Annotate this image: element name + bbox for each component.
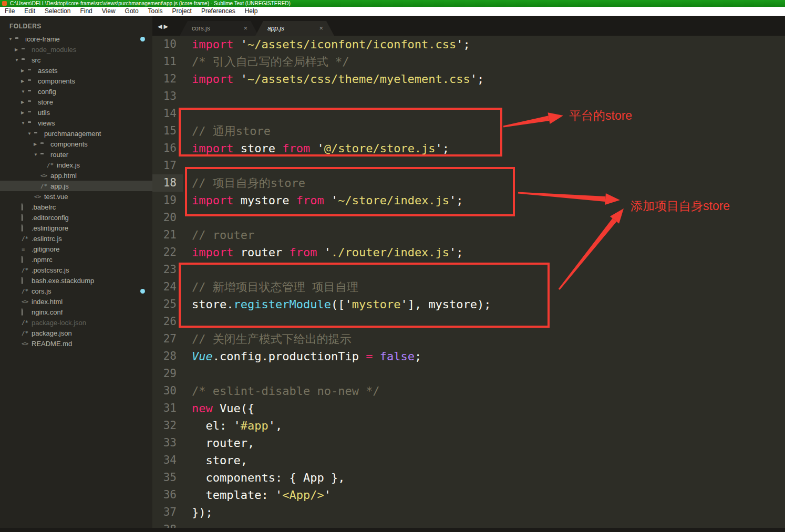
- tab-cors-js[interactable]: cors.js×: [180, 21, 259, 36]
- chevron-down-icon[interactable]: ▼: [27, 131, 34, 136]
- sidebar-item-label: node_modules: [32, 46, 76, 54]
- chevron-right-icon[interactable]: ▶: [15, 47, 22, 52]
- line-number: 19: [152, 192, 183, 209]
- file-type-list-icon: ≡: [22, 246, 32, 252]
- sidebar-item-cors-js[interactable]: /*cors.js: [0, 286, 152, 296]
- chevron-right-icon[interactable]: ▶: [34, 142, 40, 147]
- line-text: // router: [183, 226, 254, 244]
- sidebar-item-config[interactable]: ▼config: [0, 86, 152, 97]
- code-area[interactable]: 10import '~/assets/iconfont/iconfont.css…: [152, 36, 785, 528]
- line-number: 22: [152, 244, 183, 261]
- menu-item-view[interactable]: View: [97, 7, 120, 16]
- chevron-down-icon[interactable]: ▼: [15, 58, 22, 62]
- sidebar-item-index-html[interactable]: <>index.html: [0, 296, 152, 307]
- code-line-22: 22import router from './router/index.js'…: [152, 244, 785, 261]
- sidebar-item-components[interactable]: ▶components: [0, 76, 152, 86]
- sidebar: FOLDERS ▼icore-frame▶node_modules▼src▶as…: [0, 16, 152, 528]
- tab-close-icon[interactable]: ×: [319, 21, 323, 36]
- folders-header: FOLDERS: [0, 16, 152, 34]
- menu-item-edit[interactable]: Edit: [19, 7, 40, 16]
- sidebar-item--gitignore[interactable]: ≡.gitignore: [0, 244, 152, 254]
- sidebar-item--npmrc[interactable]: .npmrc: [0, 254, 152, 265]
- sidebar-item--eslintrc-js[interactable]: /*.eslintrc.js: [0, 233, 152, 244]
- chevron-right-icon[interactable]: ▶: [21, 68, 28, 73]
- line-text: components: { App },: [183, 469, 345, 486]
- tab-label: app.js: [267, 21, 284, 36]
- menu-item-goto[interactable]: Goto: [120, 7, 143, 16]
- code-line-10: 10import '~/assets/iconfont/iconfont.css…: [152, 36, 785, 53]
- sidebar-item-readme-md[interactable]: <>README.md: [0, 338, 152, 349]
- line-number: 14: [152, 105, 183, 122]
- line-text: /* 引入自己写的全局样式 */: [183, 53, 349, 70]
- file-type-js-icon: /*: [22, 288, 32, 295]
- menu-item-tools[interactable]: Tools: [143, 7, 168, 16]
- line-number: 38: [152, 521, 183, 528]
- code-line-16: 16import store from '@/store/store.js';: [152, 140, 785, 157]
- code-line-34: 34 store,: [152, 452, 785, 469]
- sidebar-item-app-html[interactable]: <>app.html: [0, 170, 152, 181]
- chevron-down-icon[interactable]: ▼: [21, 89, 28, 94]
- sidebar-item-label: components: [50, 140, 88, 148]
- line-number: 18: [152, 174, 183, 192]
- chevron-right-icon[interactable]: ▶: [21, 110, 28, 115]
- line-text: new Vue({: [183, 400, 254, 417]
- tab-nav-arrows[interactable]: ◀▶: [158, 23, 170, 30]
- line-text: template: '<App/>': [183, 486, 331, 504]
- sidebar-item--eslintignore[interactable]: .eslintignore: [0, 223, 152, 233]
- sidebar-item-label: router: [50, 151, 68, 159]
- code-line-14: 14: [152, 105, 785, 122]
- line-number: 20: [152, 209, 183, 226]
- sidebar-item-bash-exe-stackdump[interactable]: bash.exe.stackdump: [0, 275, 152, 286]
- menu-item-help[interactable]: Help: [240, 7, 263, 16]
- sidebar-item-icore-frame[interactable]: ▼icore-frame: [0, 34, 152, 44]
- menu-item-preferences[interactable]: Preferences: [197, 7, 240, 16]
- code-line-30: 30/* eslint-disable no-new */: [152, 382, 785, 400]
- sidebar-item-app-js[interactable]: /*app.js: [0, 181, 152, 191]
- chevron-down-icon[interactable]: ▼: [21, 121, 28, 126]
- chevron-down-icon[interactable]: ▼: [8, 37, 15, 41]
- sidebar-item-label: index.html: [32, 298, 63, 306]
- sidebar-item--babelrc[interactable]: .babelrc: [0, 202, 152, 212]
- tab-app-js[interactable]: app.js×: [255, 21, 334, 36]
- chevron-down-icon[interactable]: ▼: [34, 152, 40, 157]
- tab-nav-forward-icon[interactable]: ▶: [163, 23, 169, 29]
- sidebar-item-views[interactable]: ▼views: [0, 118, 152, 128]
- sidebar-item-label: views: [38, 119, 55, 127]
- line-number: 29: [152, 365, 183, 382]
- menu-item-find[interactable]: Find: [75, 7, 97, 16]
- sidebar-item-label: assets: [38, 67, 58, 75]
- sidebar-item-test-vue[interactable]: <>test.vue: [0, 191, 152, 202]
- sidebar-item-purchmanagement[interactable]: ▼purchmanagement: [0, 128, 152, 139]
- sidebar-item-router[interactable]: ▼router: [0, 149, 152, 160]
- menu-item-file[interactable]: File: [0, 7, 19, 16]
- file-type-file-icon: [22, 204, 32, 210]
- tab-close-icon[interactable]: ×: [243, 21, 247, 36]
- menu-item-project[interactable]: Project: [168, 7, 197, 16]
- sidebar-item-label: utils: [38, 109, 50, 117]
- chevron-right-icon[interactable]: ▶: [21, 79, 28, 84]
- sidebar-item--postcssrc-js[interactable]: /*.postcssrc.js: [0, 265, 152, 275]
- line-number: 23: [152, 261, 183, 278]
- line-number: 15: [152, 122, 183, 140]
- sidebar-item-assets[interactable]: ▶assets: [0, 65, 152, 76]
- sidebar-item--editorconfig[interactable]: .editorconfig: [0, 212, 152, 223]
- sidebar-item-nginx-conf[interactable]: nginx.conf: [0, 307, 152, 317]
- code-line-24: 24// 新增项目状态管理 项目自理: [152, 278, 785, 296]
- sidebar-item-src[interactable]: ▼src: [0, 55, 152, 65]
- sidebar-item-package-lock-json[interactable]: /*package-lock.json: [0, 317, 152, 328]
- code-line-26: 26: [152, 313, 785, 330]
- tab-nav-back-icon[interactable]: ◀: [158, 23, 163, 29]
- sidebar-item-utils[interactable]: ▶utils: [0, 107, 152, 118]
- file-type-js-icon: /*: [22, 330, 32, 337]
- chevron-right-icon[interactable]: ▶: [21, 100, 28, 105]
- sidebar-item-index-js[interactable]: /*index.js: [0, 160, 152, 170]
- sidebar-item-components[interactable]: ▶components: [0, 139, 152, 149]
- sidebar-item-store[interactable]: ▶store: [0, 97, 152, 107]
- sidebar-item-label: bash.exe.stackdump: [32, 277, 94, 285]
- line-number: 17: [152, 157, 183, 174]
- sidebar-item-package-json[interactable]: /*package.json: [0, 328, 152, 338]
- line-text: Vue.config.productionTip = false;: [183, 348, 421, 365]
- line-text: import '~/assets/css/theme/myelement.css…: [183, 70, 484, 88]
- sidebar-item-node-modules[interactable]: ▶node_modules: [0, 44, 152, 55]
- menu-item-selection[interactable]: Selection: [40, 7, 75, 16]
